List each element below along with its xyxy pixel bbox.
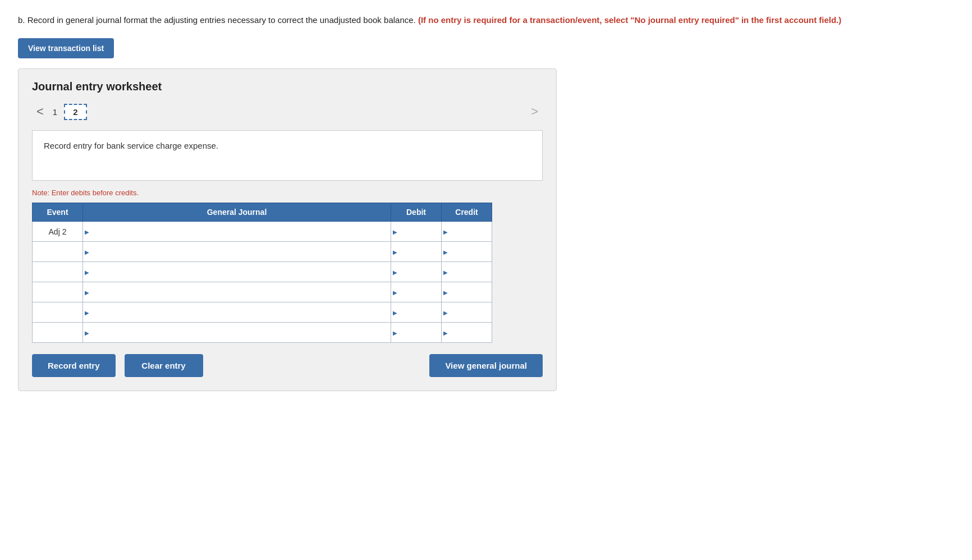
journal-cell[interactable] xyxy=(83,302,391,323)
table-row xyxy=(33,242,492,262)
credit-input[interactable] xyxy=(444,287,489,298)
journal-input[interactable] xyxy=(85,282,388,302)
nav-row: < 1 2 > xyxy=(32,102,543,121)
instruction-main: b. Record in general journal format the … xyxy=(18,15,416,25)
debit-input[interactable] xyxy=(393,307,439,318)
prev-page-button[interactable]: < xyxy=(32,102,48,121)
journal-input[interactable] xyxy=(85,242,388,261)
event-cell xyxy=(33,302,83,323)
table-row: Adj 2 xyxy=(33,222,492,242)
event-cell: Adj 2 xyxy=(33,222,83,242)
credit-cell[interactable] xyxy=(442,262,492,282)
credit-input[interactable] xyxy=(444,327,489,338)
col-header-debit: Debit xyxy=(391,203,442,222)
col-header-event: Event xyxy=(33,203,83,222)
event-cell xyxy=(33,282,83,302)
journal-cell[interactable] xyxy=(83,282,391,302)
debit-cell[interactable] xyxy=(391,262,442,282)
table-row xyxy=(33,323,492,343)
journal-cell[interactable] xyxy=(83,262,391,282)
journal-cell[interactable] xyxy=(83,222,391,242)
page-2-selected[interactable]: 2 xyxy=(64,104,86,120)
credit-cell[interactable] xyxy=(442,222,492,242)
note-text: Note: Enter debits before credits. xyxy=(32,189,543,197)
worksheet-title: Journal entry worksheet xyxy=(32,80,543,93)
credit-cell[interactable] xyxy=(442,282,492,302)
page-1-number: 1 xyxy=(53,107,57,117)
view-general-journal-button[interactable]: View general journal xyxy=(429,354,543,377)
journal-input[interactable] xyxy=(85,323,388,342)
debit-cell[interactable] xyxy=(391,242,442,262)
journal-input[interactable] xyxy=(85,262,388,282)
record-entry-button[interactable]: Record entry xyxy=(32,354,116,377)
table-row xyxy=(33,262,492,282)
credit-cell[interactable] xyxy=(442,323,492,343)
instructions: b. Record in general journal format the … xyxy=(18,13,954,27)
debit-cell[interactable] xyxy=(391,323,442,343)
event-cell xyxy=(33,262,83,282)
journal-cell[interactable] xyxy=(83,323,391,343)
credit-cell[interactable] xyxy=(442,242,492,262)
debit-cell[interactable] xyxy=(391,282,442,302)
journal-input[interactable] xyxy=(85,302,388,322)
credit-input[interactable] xyxy=(444,246,489,258)
description-text: Record entry for bank service charge exp… xyxy=(44,141,218,150)
debit-cell[interactable] xyxy=(391,302,442,323)
instruction-highlight: (If no entry is required for a transacti… xyxy=(418,15,841,25)
debit-input[interactable] xyxy=(393,246,439,258)
journal-table: Event General Journal Debit Credit Adj 2 xyxy=(32,203,492,343)
event-cell xyxy=(33,242,83,262)
journal-cell[interactable] xyxy=(83,242,391,262)
col-header-credit: Credit xyxy=(442,203,492,222)
buttons-row: Record entry Clear entry View general jo… xyxy=(32,354,543,377)
description-box: Record entry for bank service charge exp… xyxy=(32,130,543,181)
next-page-button[interactable]: > xyxy=(526,102,543,121)
event-cell xyxy=(33,323,83,343)
debit-input[interactable] xyxy=(393,327,439,338)
debit-input[interactable] xyxy=(393,267,439,278)
credit-input[interactable] xyxy=(444,267,489,278)
debit-cell[interactable] xyxy=(391,222,442,242)
credit-input[interactable] xyxy=(444,226,489,237)
debit-input[interactable] xyxy=(393,226,439,237)
col-header-general-journal: General Journal xyxy=(83,203,391,222)
table-row xyxy=(33,302,492,323)
journal-input[interactable] xyxy=(85,222,388,241)
credit-input[interactable] xyxy=(444,307,489,318)
worksheet-container: Journal entry worksheet < 1 2 > Record e… xyxy=(18,68,557,391)
table-row xyxy=(33,282,492,302)
clear-entry-button[interactable]: Clear entry xyxy=(125,354,203,377)
view-transaction-button[interactable]: View transaction list xyxy=(18,38,114,58)
debit-input[interactable] xyxy=(393,287,439,298)
credit-cell[interactable] xyxy=(442,302,492,323)
